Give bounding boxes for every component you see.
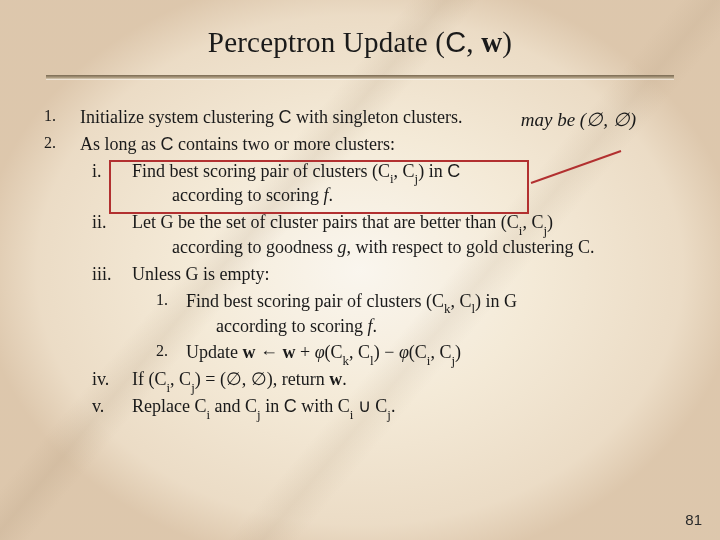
sub: k xyxy=(444,301,450,316)
sub: k xyxy=(343,353,349,368)
t: ) xyxy=(547,212,553,232)
sys-C: C xyxy=(284,396,297,416)
step-2-iv: iv. If (Ci, Cj) = (∅, ∅), return w. xyxy=(92,367,676,392)
t: ) = (∅, ∅), return xyxy=(195,369,330,389)
t: + xyxy=(295,342,314,362)
rn: i. xyxy=(92,159,126,184)
t: . xyxy=(372,316,377,336)
callout-text: may be (∅, ∅) xyxy=(521,109,636,130)
t: , C xyxy=(430,342,451,362)
t: , with respect to gold clustering C. xyxy=(346,237,594,257)
phi: φ xyxy=(399,342,409,362)
sub: i xyxy=(390,171,394,186)
sub: i xyxy=(427,353,431,368)
rn: iv. xyxy=(92,367,126,392)
sub: i xyxy=(206,407,210,422)
title-text: Perceptron Update ( xyxy=(208,26,445,58)
t: Unless G is empty: xyxy=(132,264,270,284)
t: As long as xyxy=(80,134,161,154)
step-2-v: v. Replace Ci and Cj in C with Ci ∪ Cj. xyxy=(92,394,676,419)
w: w xyxy=(242,342,255,362)
sub: l xyxy=(370,353,374,368)
n2: 1. xyxy=(156,289,180,311)
t: Update xyxy=(186,342,242,362)
sub: l xyxy=(471,301,475,316)
sub: i xyxy=(167,380,171,395)
t: ) in xyxy=(418,161,447,181)
t: , C xyxy=(450,291,471,311)
step-2-ii: ii. Let G be the set of cluster pairs th… xyxy=(92,210,676,260)
t: according to scoring xyxy=(172,185,323,205)
sys-C: C xyxy=(447,161,460,181)
t: with singleton clusters. xyxy=(291,107,462,127)
title-rule xyxy=(46,75,674,79)
t: ) xyxy=(455,342,461,362)
sub: i xyxy=(350,407,354,422)
substeps: i. Find best scoring pair of clusters (C… xyxy=(80,159,676,419)
t: Replace C xyxy=(132,396,206,416)
t: Find best scoring pair of clusters (C xyxy=(132,161,390,181)
sub: j xyxy=(387,407,391,422)
t: according to goodness xyxy=(172,237,337,257)
callout-note: may be (∅, ∅) xyxy=(521,107,636,133)
sub: i xyxy=(519,223,523,238)
t: ) − xyxy=(374,342,399,362)
n2: 2. xyxy=(156,340,180,362)
cont: according to goodness g, with respect to… xyxy=(132,235,676,260)
t: and C xyxy=(210,396,257,416)
t: (C xyxy=(409,342,427,362)
t: . xyxy=(391,396,396,416)
t: If (C xyxy=(132,369,167,389)
t: ← xyxy=(255,342,282,362)
t: Initialize system clustering xyxy=(80,107,278,127)
step-2-num: 2. xyxy=(44,132,70,154)
title-C: C xyxy=(445,26,466,58)
t: ∪ C xyxy=(353,396,387,416)
t: contains two or more clusters: xyxy=(174,134,395,154)
rn: v. xyxy=(92,394,126,419)
cont: according to scoring f. xyxy=(132,183,676,208)
slide-title: Perceptron Update (C, w) xyxy=(44,26,676,59)
sub: j xyxy=(191,380,195,395)
t: , C xyxy=(170,369,191,389)
t: (C xyxy=(325,342,343,362)
sub: j xyxy=(415,171,419,186)
w: w xyxy=(282,342,295,362)
step-2-i: i. Find best scoring pair of clusters (C… xyxy=(92,159,676,209)
t: ) in G xyxy=(475,291,517,311)
step-1-num: 1. xyxy=(44,105,70,127)
sub: j xyxy=(257,407,261,422)
t: with C xyxy=(297,396,350,416)
t: in xyxy=(261,396,284,416)
t: according to scoring xyxy=(216,316,367,336)
title-w: w xyxy=(481,26,502,58)
rn: iii. xyxy=(92,262,126,287)
rn: ii. xyxy=(92,210,126,235)
t: Let G be the set of cluster pairs that a… xyxy=(132,212,519,232)
algorithm-list: 1. Initialize system clustering C with s… xyxy=(44,105,676,419)
sub: j xyxy=(451,353,455,368)
phi: φ xyxy=(315,342,325,362)
t: , C xyxy=(522,212,543,232)
t: , C xyxy=(394,161,415,181)
slide: Perceptron Update (C, w) may be (∅, ∅) 1… xyxy=(0,0,720,540)
step-2-iii-1: 1. Find best scoring pair of clusters (C… xyxy=(156,289,676,339)
step-2-iii: iii. Unless G is empty: 1. Find best sco… xyxy=(92,262,676,365)
step-2: 2. As long as C contains two or more clu… xyxy=(44,132,676,419)
t: , C xyxy=(349,342,370,362)
inner-steps: 1. Find best scoring pair of clusters (C… xyxy=(132,289,676,365)
sys-C: C xyxy=(161,134,174,154)
title-sep: , xyxy=(466,26,481,58)
t: . xyxy=(342,369,347,389)
slide-body: may be (∅, ∅) 1. Initialize system clust… xyxy=(44,105,676,419)
sub: j xyxy=(543,223,547,238)
page-number: 81 xyxy=(685,511,702,528)
cont: according to scoring f. xyxy=(186,314,676,339)
w: w xyxy=(329,369,342,389)
title-close: ) xyxy=(502,26,512,58)
t: Find best scoring pair of clusters (C xyxy=(186,291,444,311)
t: . xyxy=(328,185,333,205)
step-2-iii-2: 2. Update w ← w + φ(Ck, Cl) − φ(Ci, Cj) xyxy=(156,340,676,365)
sys-C: C xyxy=(278,107,291,127)
